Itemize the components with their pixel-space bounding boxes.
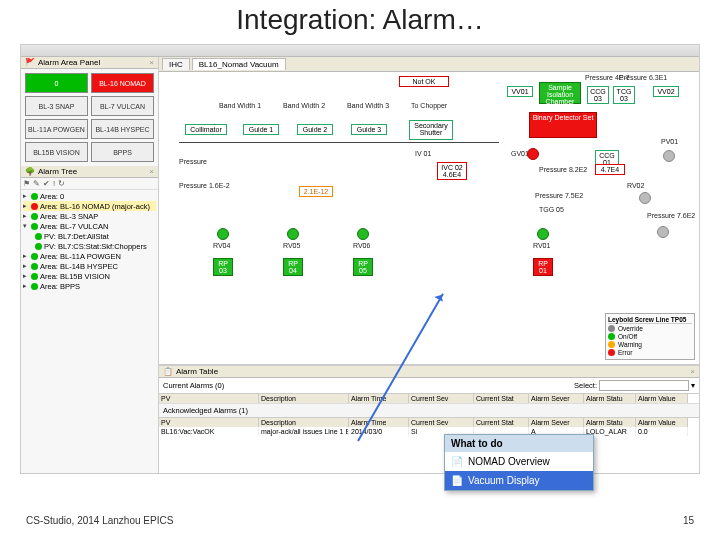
rv01-label: RV01 [533,242,550,249]
area-button-hyspec[interactable]: BL-14B HYSPEC [91,119,154,139]
rp03: RP 03 [213,258,233,276]
ack-alarms-grid: PV Description Alarm Time Current Sev Cu… [159,417,699,436]
col-asev[interactable]: Alarm Sever [529,418,584,427]
col-csev[interactable]: Current Sev [409,394,474,403]
alarm-area-panel-tab[interactable]: 🚩 Alarm Area Panel × [21,57,158,69]
ctx-item-overview[interactable]: 📄 NOMAD Overview [445,452,593,471]
alarm-tree-toolbar: ⚑ ✎ ✔ ! ↻ [21,178,158,190]
alarm-tree-panel: ⚑ ✎ ✔ ! ↻ ▸Area: 0 ▸Area: BL-16 NOMAD (m… [21,178,158,473]
sample-chamber: Sample Isolation Chamber [539,82,581,104]
to-chopper: To Chopper [411,102,447,109]
collimator: Collimator [185,124,227,135]
tree-item[interactable]: ▸Area: BL-11A POWGEN [23,251,156,261]
area-button-vision[interactable]: BL15B VISION [25,142,88,162]
close-icon[interactable]: × [149,167,154,176]
select-input[interactable] [599,380,689,391]
rv06-label: RV06 [353,242,370,249]
col-pv[interactable]: PV [159,394,259,403]
legend-error: Error [618,349,632,356]
toolbar-edit-icon[interactable]: ✎ [33,179,40,188]
tree-item[interactable]: ▸Area: BL15B VISION [23,271,156,281]
alarm-area-panel-label: Alarm Area Panel [38,58,100,67]
bw2: Band Width 2 [283,102,325,109]
toolbar-excl-icon[interactable]: ! [53,179,55,188]
tree-item[interactable]: ▸Area: BL-3 SNAP [23,211,156,221]
cell-pv: BL16:Vac:VacOK [159,427,259,436]
close-icon[interactable]: × [690,367,695,376]
col-time[interactable]: Alarm Time [349,418,409,427]
col-cstat[interactable]: Current Stat [474,418,529,427]
col-astat[interactable]: Alarm Statu [584,394,636,403]
close-icon[interactable]: × [149,58,154,67]
ack-alarms-label: Acknowledged Alarms (1) [159,403,699,417]
rv05-label: RV05 [283,242,300,249]
cell-desc: major-ack/all issues Line 1 B Vacuum [259,427,349,436]
window-titlebar [21,45,699,57]
area-button-nomad[interactable]: BL-16 NOMAD [91,73,154,93]
tree-item[interactable]: ▸Area: BPPS [23,281,156,291]
col-aval[interactable]: Alarm Value [636,394,688,403]
tree-item-pv[interactable]: PV: BL7:Det:AllStat [23,231,156,241]
pressure-left: Pressure 1.6E-2 [179,182,230,189]
tab-nomad-vacuum[interactable]: BL16_Nomad Vacuum [192,58,286,70]
slide-title: Integration: Alarm… [0,0,720,38]
alarm-table-tab[interactable]: 📋 Alarm Table × [159,366,699,378]
col-desc[interactable]: Description [259,394,349,403]
ivc-pressure: IVC 02 4.6E4 [437,162,467,180]
iv01: IV 01 [415,150,431,157]
alarm-table-panel: 📋 Alarm Table × Current Alarms (0) Selec… [159,365,699,473]
toolbar-refresh-icon[interactable]: ↻ [58,179,65,188]
tree-item-pv[interactable]: PV: BL7:CS:Stat:Skf:Choppers [23,241,156,251]
alarm-area-grid: 0 BL-16 NOMAD BL-3 SNAP BL-7 VULCAN BL-1… [21,69,158,166]
bw1: Band Width 1 [219,102,261,109]
table-row[interactable]: BL16:Vac:VacOK major-ack/all issues Line… [159,427,699,436]
col-aval[interactable]: Alarm Value [636,418,688,427]
area-button-0[interactable]: 0 [25,73,88,93]
ctx-item-vacuum[interactable]: 📄 Vacuum Display [445,471,593,490]
toolbar-flag-icon[interactable]: ⚑ [23,179,30,188]
col-desc[interactable]: Description [259,418,349,427]
tree-item[interactable]: ▾Area: BL-7 VULCAN [23,221,156,231]
col-astat[interactable]: Alarm Statu [584,418,636,427]
rv02[interactable] [639,192,651,204]
gv01-valve[interactable] [527,148,539,160]
rv06[interactable] [357,228,369,240]
current-alarms-label: Current Alarms (0) [163,381,224,390]
pressure-47e4: 4.7E4 [595,164,625,175]
col-cstat[interactable]: Current Stat [474,394,529,403]
alarm-tree-label: Alarm Tree [38,167,77,176]
guide2: Guide 2 [297,124,333,135]
tree-item[interactable]: ▸Area: BL-14B HYSPEC [23,261,156,271]
area-button-powgen[interactable]: BL-11A POWGEN [25,119,88,139]
doc-icon: 📄 [451,456,463,467]
rv04-label: RV04 [213,242,230,249]
pressure-76e2: Pressure 7.6E2 [647,212,695,219]
area-button-snap[interactable]: BL-3 SNAP [25,96,88,116]
col-csev[interactable]: Current Sev [409,418,474,427]
pump-gray[interactable] [657,226,669,238]
guide3: Guide 3 [351,124,387,135]
area-button-vulcan[interactable]: BL-7 VULCAN [91,96,154,116]
tree-item-selected[interactable]: ▸Area: BL-16 NOMAD (major-ack) [23,201,156,211]
legend-title: Leybold Screw Line TP05 [608,316,692,324]
dropdown-icon[interactable]: ▾ [691,381,695,390]
col-asev[interactable]: Alarm Sever [529,394,584,403]
rv05[interactable] [287,228,299,240]
ctx-title: What to do [445,435,593,452]
pv01-valve[interactable] [663,150,675,162]
tab-ihc[interactable]: IHC [162,58,190,70]
alarm-tree-tab[interactable]: 🌳 Alarm Tree × [21,166,158,178]
col-pv[interactable]: PV [159,418,259,427]
tree-item[interactable]: ▸Area: 0 [23,191,156,201]
area-button-bpps[interactable]: BPPS [91,142,154,162]
rv01[interactable] [537,228,549,240]
pv01: PV01 [661,138,678,145]
pressure-82e2: Pressure 8.2E2 [539,166,587,173]
tcg03: TCG 03 [613,86,635,104]
toolbar-check-icon[interactable]: ✔ [43,179,50,188]
vacuum-synoptic: Not OK VV01 Sample Isolation Chamber CCG… [159,72,699,365]
rv04[interactable] [217,228,229,240]
rv02-label: RV02 [627,182,644,189]
tgg05: TGG 05 [539,206,564,213]
app-window: 🚩 Alarm Area Panel × 0 BL-16 NOMAD BL-3 … [20,44,700,474]
